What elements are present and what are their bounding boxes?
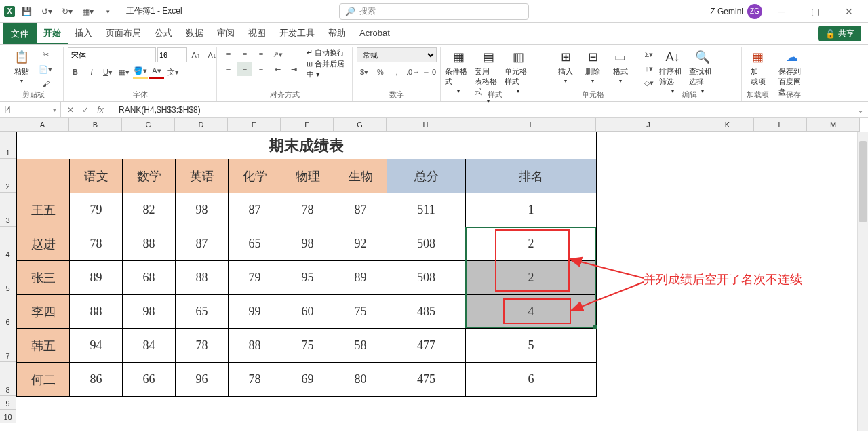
table-cell: 92 [334, 227, 387, 261]
select-all-corner[interactable] [0, 118, 16, 132]
tab-data[interactable]: 数据 [179, 23, 210, 44]
share-button[interactable]: 🔓 共享 [818, 26, 861, 41]
expand-formula-bar-icon[interactable]: ⌄ [853, 105, 868, 115]
comma-icon[interactable]: , [389, 65, 404, 79]
user-avatar[interactable]: ZG [747, 4, 762, 19]
align-bottom-icon[interactable]: ≡ [254, 47, 269, 61]
col-header[interactable]: D [175, 118, 228, 132]
indent-inc-icon[interactable]: ⇥ [286, 62, 301, 76]
close-button[interactable]: ✕ [834, 1, 864, 22]
sort-filter-button[interactable]: A↓排序和筛选▾ [659, 47, 686, 94]
col-header[interactable]: H [387, 118, 465, 132]
tab-insert[interactable]: 插入 [68, 23, 99, 44]
group-font-label: 字体 [64, 90, 216, 100]
sum-icon[interactable]: Σ▾ [642, 47, 656, 61]
tab-help[interactable]: 帮助 [321, 23, 353, 44]
quick-access-icon[interactable]: ▦▾ [79, 3, 96, 20]
insert-cells-button[interactable]: ⊞插入▾ [553, 47, 578, 84]
format-painter-icon[interactable]: 🖌 [38, 77, 53, 91]
vertical-scrollbar[interactable] [857, 132, 868, 431]
find-select-button[interactable]: 🔍查找和选择▾ [689, 47, 716, 94]
row-header[interactable]: 5 [0, 260, 16, 294]
group-editing-label: 编辑 [637, 90, 741, 100]
tab-formulas[interactable]: 公式 [148, 23, 179, 44]
font-name-select[interactable] [68, 47, 156, 62]
font-size-select[interactable] [157, 47, 187, 62]
row-header[interactable]: 6 [0, 294, 16, 328]
minimize-button[interactable]: ─ [766, 1, 796, 22]
tab-view[interactable]: 视图 [241, 23, 273, 44]
col-header[interactable]: L [754, 118, 807, 132]
wrap-text-button[interactable]: ↵ 自动换行 [307, 47, 348, 58]
delete-cells-button[interactable]: ⊟删除▾ [580, 47, 605, 84]
align-top-icon[interactable]: ≡ [221, 47, 236, 61]
align-middle-icon[interactable]: ≡ [237, 47, 252, 61]
border-button[interactable]: ▦▾ [117, 65, 132, 79]
tab-acrobat[interactable]: Acrobat [353, 23, 397, 44]
indent-dec-icon[interactable]: ⇤ [270, 62, 285, 76]
row-header[interactable]: 9 [0, 396, 16, 410]
tab-layout[interactable]: 页面布局 [99, 23, 148, 44]
row-header[interactable]: 10 [0, 410, 16, 423]
save-icon[interactable]: 💾 [18, 3, 35, 20]
fill-icon[interactable]: ↓▾ [642, 62, 656, 75]
redo-icon[interactable]: ↻▾ [58, 3, 76, 20]
font-color-button[interactable]: A▾ [149, 65, 164, 79]
conditional-format-button[interactable]: ▦条件格式▾ [445, 47, 472, 94]
row-header[interactable]: 4 [0, 227, 16, 260]
increase-decimal-icon[interactable]: .0→ [406, 65, 420, 79]
decrease-decimal-icon[interactable]: ←.0 [422, 65, 437, 79]
col-header[interactable]: M [807, 118, 860, 132]
increase-font-icon[interactable]: A↑ [189, 48, 203, 62]
cut-icon[interactable]: ✂ [38, 47, 53, 61]
name-box[interactable]: I4▾ [0, 102, 61, 117]
formula-input[interactable]: =RANK(H4,$H$3:$H$8) [110, 105, 853, 115]
clear-icon[interactable]: ◇▾ [642, 76, 656, 90]
col-header[interactable]: B [69, 118, 122, 132]
col-header[interactable]: F [281, 118, 334, 132]
col-header[interactable]: A [16, 118, 69, 132]
fx-icon[interactable]: fx [94, 103, 107, 117]
copy-icon[interactable]: 📄▾ [38, 62, 53, 76]
tab-home[interactable]: 开始 [37, 23, 68, 44]
row-header[interactable]: 1 [0, 132, 16, 159]
row-header[interactable]: 3 [0, 193, 16, 227]
phonetic-icon[interactable]: 文▾ [165, 65, 180, 79]
number-format-select[interactable]: 常规 [357, 47, 437, 62]
merge-center-button[interactable]: ⊞ 合并后居中 ▾ [307, 59, 348, 79]
format-cells-button[interactable]: ▭格式▾ [608, 47, 633, 84]
col-header[interactable]: E [228, 118, 281, 132]
col-header[interactable]: K [701, 118, 754, 132]
tab-dev[interactable]: 开发工具 [273, 23, 321, 44]
underline-button[interactable]: U▾ [100, 65, 115, 79]
row-header[interactable]: 8 [0, 362, 16, 396]
orientation-icon[interactable]: ↗▾ [270, 47, 285, 61]
cell-styles-button[interactable]: ▥单元格样式▾ [505, 47, 532, 94]
maximize-button[interactable]: ▢ [800, 1, 830, 22]
table-header-cell: 生物 [334, 159, 387, 193]
percent-icon[interactable]: % [373, 65, 388, 79]
addins-button[interactable]: ▦加 载项 [746, 47, 770, 87]
currency-icon[interactable]: $▾ [357, 65, 372, 79]
col-header[interactable]: I [465, 118, 596, 132]
spreadsheet-grid[interactable]: 12345678910 ABCDEFGHIJKLM 期末成绩表语文数学英语化学物… [0, 118, 868, 431]
tab-review[interactable]: 审阅 [210, 23, 241, 44]
row-header[interactable]: 2 [0, 159, 16, 193]
col-header[interactable]: G [334, 118, 387, 132]
bold-button[interactable]: B [68, 65, 83, 79]
cancel-formula-icon[interactable]: ✕ [64, 103, 77, 117]
align-left-icon[interactable]: ≡ [221, 62, 236, 76]
col-header[interactable]: J [596, 118, 701, 132]
tab-file[interactable]: 文件 [3, 23, 37, 44]
enter-formula-icon[interactable]: ✓ [79, 103, 92, 117]
row-header[interactable]: 7 [0, 328, 16, 362]
paste-button[interactable]: 📋粘贴▾ [8, 47, 35, 84]
fill-color-button[interactable]: 🪣▾ [133, 65, 148, 79]
undo-icon[interactable]: ↺▾ [38, 3, 56, 20]
italic-button[interactable]: I [84, 65, 99, 79]
qat-custom-icon[interactable]: ▾ [99, 3, 117, 20]
align-right-icon[interactable]: ≡ [254, 62, 269, 76]
align-center-icon[interactable]: ≡ [237, 62, 252, 76]
col-header[interactable]: C [122, 118, 175, 132]
search-box[interactable]: 🔎 搜索 [339, 3, 529, 20]
